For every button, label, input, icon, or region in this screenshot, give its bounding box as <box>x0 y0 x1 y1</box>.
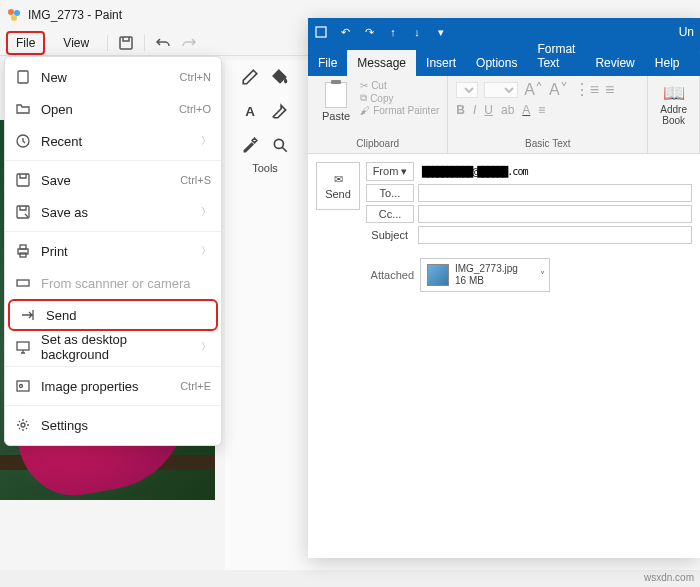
tab-insert[interactable]: Insert <box>416 50 466 76</box>
tab-format-text[interactable]: Format Text <box>527 36 585 76</box>
menu-recent[interactable]: Recent 〉 <box>5 125 221 157</box>
separator <box>107 35 108 51</box>
shortcut: Ctrl+N <box>180 71 211 83</box>
svg-rect-18 <box>316 27 326 37</box>
underline-button[interactable]: U <box>484 103 493 117</box>
paste-button[interactable]: Paste <box>316 80 356 124</box>
tell-me[interactable]: 💡 Tell m <box>689 36 700 76</box>
qat-more-icon[interactable]: ▾ <box>434 25 448 39</box>
menu-settings[interactable]: Settings <box>5 409 221 441</box>
separator <box>5 160 221 161</box>
tab-review[interactable]: Review <box>585 50 644 76</box>
save-icon[interactable] <box>118 35 134 51</box>
tab-message[interactable]: Message <box>347 50 416 76</box>
menu-recent-label: Recent <box>41 134 191 149</box>
to-button[interactable]: To... <box>366 184 414 202</box>
font-color-icon[interactable]: A <box>522 103 530 117</box>
fill-icon[interactable] <box>271 68 289 86</box>
eraser-icon[interactable] <box>271 102 289 120</box>
cut-button[interactable]: ✂Cut <box>360 80 439 91</box>
paste-label: Paste <box>322 110 350 122</box>
menu-view[interactable]: View <box>55 33 97 53</box>
svg-rect-14 <box>17 342 29 350</box>
send-button[interactable]: ✉ Send <box>316 162 360 210</box>
tab-options[interactable]: Options <box>466 50 527 76</box>
brush-icon: 🖌 <box>360 105 370 116</box>
menu-scanner-label: From scannner or camera <box>41 276 211 291</box>
subject-input[interactable] <box>418 226 692 244</box>
bullets-icon[interactable]: ⋮≡ <box>574 80 599 99</box>
copy-button[interactable]: ⧉Copy <box>360 92 439 104</box>
menu-open-label: Open <box>41 102 169 117</box>
menu-open[interactable]: Open Ctrl+O <box>5 93 221 125</box>
paint-title: IMG_2773 - Paint <box>28 8 122 22</box>
clock-icon <box>15 133 31 149</box>
font-size-select[interactable] <box>484 82 518 98</box>
to-input[interactable] <box>418 184 692 202</box>
tools-group: A Tools <box>225 60 305 174</box>
cc-button[interactable]: Cc... <box>366 205 414 223</box>
cc-input[interactable] <box>418 205 692 223</box>
undo-icon[interactable] <box>155 35 171 51</box>
zoom-icon[interactable] <box>271 136 289 154</box>
paste-icon <box>325 82 347 108</box>
shortcut: Ctrl+O <box>179 103 211 115</box>
qat-down-icon[interactable]: ↓ <box>410 25 424 39</box>
outlook-tabs: File Message Insert Options Format Text … <box>308 46 700 76</box>
eyedropper-icon[interactable] <box>241 136 259 154</box>
scanner-icon <box>15 275 31 291</box>
menu-new[interactable]: New Ctrl+N <box>5 61 221 93</box>
qat-save-icon[interactable] <box>314 25 328 39</box>
qat-undo-icon[interactable]: ↶ <box>338 25 352 39</box>
menu-save[interactable]: Save Ctrl+S <box>5 164 221 196</box>
bold-button[interactable]: B <box>456 103 465 117</box>
separator <box>144 35 145 51</box>
svg-rect-8 <box>17 174 29 186</box>
new-doc-icon <box>15 69 31 85</box>
menu-print[interactable]: Print 〉 <box>5 235 221 267</box>
image-file-icon <box>427 264 449 286</box>
menu-send[interactable]: Send <box>8 299 218 331</box>
increase-font-icon[interactable]: A˄ <box>524 80 543 99</box>
chevron-down-icon[interactable]: ˅ <box>540 270 545 281</box>
cc-row: Cc... <box>366 205 692 223</box>
menu-properties[interactable]: Image properties Ctrl+E <box>5 370 221 402</box>
to-row: To... <box>366 184 692 202</box>
decrease-font-icon[interactable]: A˅ <box>549 80 568 99</box>
from-button[interactable]: From ▾ <box>366 162 414 181</box>
subject-row: Subject <box>366 226 692 244</box>
attachment-name: IMG_2773.jpg <box>455 263 518 275</box>
menu-save-as[interactable]: Save as 〉 <box>5 196 221 228</box>
svg-point-17 <box>21 423 25 427</box>
svg-rect-6 <box>18 71 28 83</box>
pencil-icon[interactable] <box>241 68 259 86</box>
ribbon-basic-text-group: A˄ A˅ ⋮≡ ≡ B I U ab A ≡ Basic Text <box>448 76 648 153</box>
clipboard-label: Clipboard <box>316 136 439 149</box>
send-mail-icon: ✉ <box>334 173 343 186</box>
format-painter-button[interactable]: 🖌Format Painter <box>360 105 439 116</box>
tab-file[interactable]: File <box>308 50 347 76</box>
menu-desktop-bg[interactable]: Set as desktop background 〉 <box>5 331 221 363</box>
numbering-icon[interactable]: ≡ <box>605 81 614 99</box>
from-row: From ▾ ██████████@██████.com <box>366 162 692 181</box>
cut-label: Cut <box>371 80 387 91</box>
print-icon <box>15 243 31 259</box>
menu-file[interactable]: File <box>6 31 45 55</box>
address-book-button[interactable]: 📖 Addre Book <box>656 80 691 128</box>
attachment-chip[interactable]: IMG_2773.jpg 16 MB ˅ <box>420 258 550 292</box>
text-icon[interactable]: A <box>241 102 259 120</box>
separator <box>5 366 221 367</box>
tools-label: Tools <box>225 162 305 174</box>
separator <box>5 231 221 232</box>
qat-redo-icon[interactable]: ↷ <box>362 25 376 39</box>
redo-icon[interactable] <box>181 35 197 51</box>
highlight-icon[interactable]: ab <box>501 103 514 117</box>
italic-button[interactable]: I <box>473 103 476 117</box>
font-family-select[interactable] <box>456 82 478 98</box>
svg-rect-3 <box>120 37 132 49</box>
file-menu-dropdown: New Ctrl+N Open Ctrl+O Recent 〉 Save Ctr… <box>4 56 222 446</box>
attachment-size: 16 MB <box>455 275 518 287</box>
qat-up-icon[interactable]: ↑ <box>386 25 400 39</box>
align-left-icon[interactable]: ≡ <box>538 103 545 117</box>
tab-help[interactable]: Help <box>645 50 690 76</box>
